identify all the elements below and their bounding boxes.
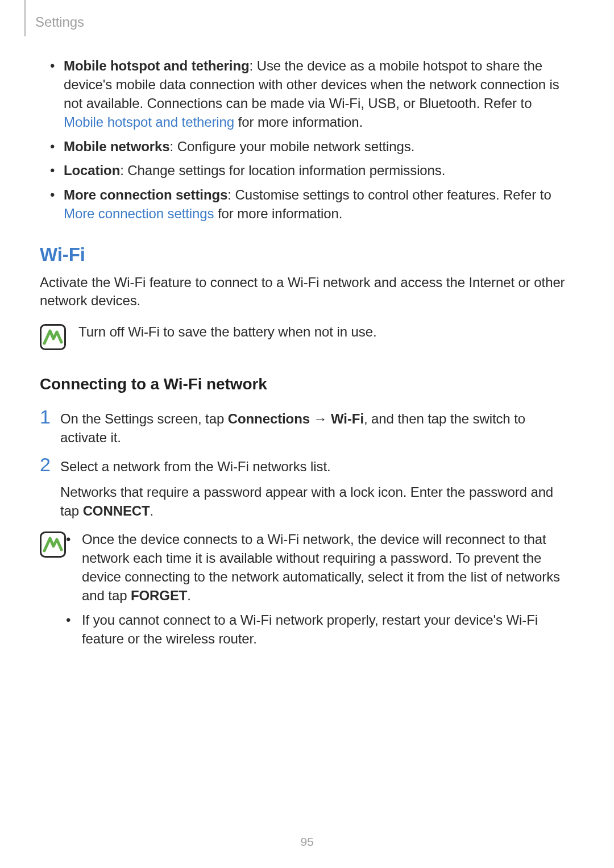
list-item: Location: Change settings for location i… <box>50 161 570 180</box>
feature-name: Mobile hotspot and tethering <box>64 58 250 73</box>
step-text: On the Settings screen, tap <box>60 411 228 426</box>
step-body: Select a network from the Wi-Fi networks… <box>55 457 570 520</box>
ui-label: FORGET <box>131 588 187 603</box>
page-content: Mobile hotspot and tethering: Use the de… <box>40 57 570 660</box>
note-bullet-list: Once the device connects to a Wi-Fi netw… <box>66 530 570 654</box>
feature-name: Location <box>64 163 120 178</box>
note-text: If you cannot connect to a Wi-Fi network… <box>82 612 538 646</box>
step-number: 2 <box>40 455 55 474</box>
list-item: If you cannot connect to a Wi-Fi network… <box>66 611 570 649</box>
step-body: On the Settings screen, tap Connections … <box>55 409 570 447</box>
note-block: Once the device connects to a Wi-Fi netw… <box>40 530 570 654</box>
ui-label: CONNECT <box>83 503 150 518</box>
list-item: Mobile networks: Configure your mobile n… <box>50 138 570 156</box>
list-item: More connection settings: Customise sett… <box>50 186 570 223</box>
feature-list: Mobile hotspot and tethering: Use the de… <box>40 57 570 223</box>
header-rule <box>24 0 26 36</box>
step-text-tail: . <box>150 503 154 518</box>
step-1: 1 On the Settings screen, tap Connection… <box>40 409 570 447</box>
feature-text-tail: for more information. <box>234 114 363 130</box>
feature-name: Mobile networks <box>64 139 170 154</box>
note-icon <box>40 324 66 350</box>
tip-text: Turn off Wi-Fi to save the battery when … <box>66 323 570 341</box>
step-2: 2 Select a network from the Wi-Fi networ… <box>40 457 570 520</box>
list-item: Once the device connects to a Wi-Fi netw… <box>66 530 570 605</box>
step-line-1: Select a network from the Wi-Fi networks… <box>60 457 570 476</box>
manual-page: Settings Mobile hotspot and tethering: U… <box>0 0 614 868</box>
page-number: 95 <box>0 835 614 849</box>
link-mobile-hotspot[interactable]: Mobile hotspot and tethering <box>64 114 234 130</box>
link-more-connection-settings[interactable]: More connection settings <box>64 206 214 221</box>
ui-label: Wi-Fi <box>331 411 364 426</box>
feature-text: : Customise settings to control other fe… <box>227 187 551 202</box>
arrow-icon: → <box>310 411 331 426</box>
step-number: 1 <box>40 407 55 426</box>
section-header: Settings <box>35 14 84 30</box>
feature-text: : Configure your mobile network settings… <box>170 139 415 154</box>
wifi-intro: Activate the Wi-Fi feature to connect to… <box>40 273 570 310</box>
feature-name: More connection settings <box>64 187 227 202</box>
note-text-tail: . <box>187 588 191 603</box>
heading-connecting: Connecting to a Wi-Fi network <box>40 375 570 393</box>
list-item: Mobile hotspot and tethering: Use the de… <box>50 57 570 132</box>
tip-note: Turn off Wi-Fi to save the battery when … <box>40 323 570 350</box>
heading-wifi: Wi-Fi <box>40 244 570 265</box>
feature-text: : Change settings for location informati… <box>120 163 445 178</box>
feature-text-tail: for more information. <box>214 206 342 221</box>
note-icon <box>40 531 66 558</box>
ui-label: Connections <box>228 411 310 426</box>
step-line-2: Networks that require a password appear … <box>60 483 570 520</box>
